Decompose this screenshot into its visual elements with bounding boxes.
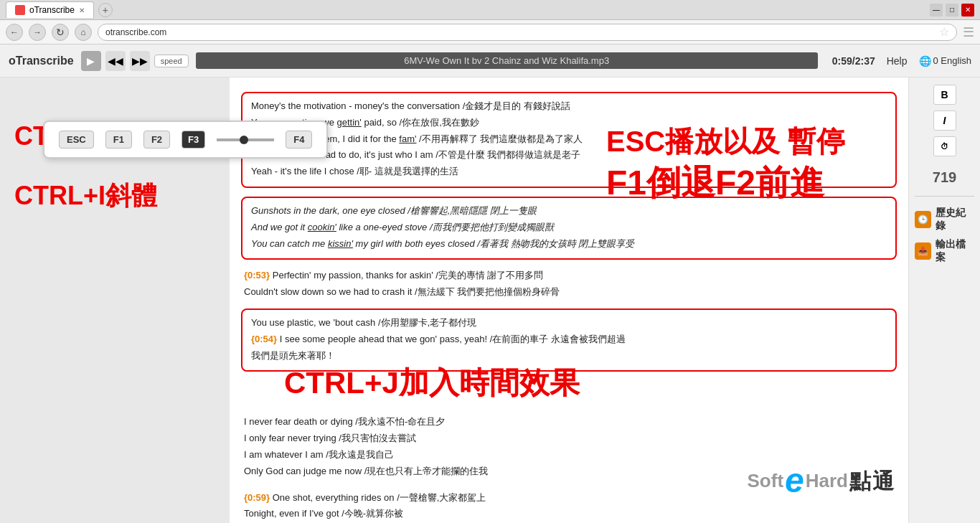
play-pause-button[interactable]: ▶ [81,51,101,71]
history-button[interactable]: 🕒 歷史紀錄 [915,207,974,232]
address-input[interactable]: otranscribe.com ☆ [98,24,957,41]
browser-titlebar: oTranscribe ✕ + — □ ✕ [0,0,980,20]
address-bar-area: ← → ↻ ⌂ otranscribe.com ☆ ☰ [0,20,980,44]
transcript-box-2: Gunshots in the dark, one eye closed /槍響… [241,197,897,260]
back-button[interactable]: ← [6,24,23,41]
bold-button[interactable]: B [933,85,956,105]
transcript-line-italic: You can catch me kissin' my girl with bo… [251,237,887,252]
transcript-line: We don't placate 'em, I did it for the f… [251,132,887,147]
transcript-line: Tonight, even if I've got /今晚-就算你被 [244,506,894,522]
window-controls: — □ ✕ [930,4,974,17]
transcript-line: {0:54} I see some people ahead that we g… [251,332,887,347]
ctrlj-overlay-label: CTRL+J加入時間效果 [284,359,580,407]
file-name-bar: 6MV-We Own It bv 2 Chainz and Wiz Khalif… [196,52,818,69]
f4-key: F4 [286,131,312,149]
transcript-area[interactable]: Money's the motivation - money's the con… [230,77,908,523]
tab-favicon [15,5,25,15]
timestamp-button[interactable]: ⏱ [933,136,956,156]
rewind-button[interactable]: ◀◀ [105,51,126,71]
speed-slider[interactable] [217,138,274,141]
export-label: 輸出檔案 [936,238,974,264]
transcript-line: I never fear death or dying /我永遠不怕-命在且夕 [244,415,894,430]
settings-icon[interactable]: ☰ [963,24,974,40]
forward-button[interactable]: ▶▶ [130,51,150,71]
f3-key: F3 [182,131,205,149]
maximize-button[interactable]: □ [946,4,958,17]
minimize-button[interactable]: — [930,4,943,17]
transcript-line: It's whatever we had to do, it's just wh… [251,148,887,163]
transcript-wrapper: ESC播放以及 暫停 F1倒退F2前進 Money's the motivati… [230,77,980,523]
plain-section-1: {0:53} Perfectin' my passion, thanks for… [241,268,897,300]
address-text: otranscribe.com [105,27,166,37]
transcript-line: Couldn't slow down so we had to crash it… [244,285,894,300]
esc-key: ESC [59,131,94,149]
language-button[interactable]: 🌐 0 English [919,55,971,67]
transcript-line-italic: Gunshots in the dark, one eye closed /槍響… [251,204,887,219]
transcript-line: You on vacation, we gettin' paid, so /你在… [251,116,887,131]
browser-tab[interactable]: oTranscribe ✕ [6,1,94,18]
globe-icon: 🌐 [919,55,931,67]
time-display: 0:59/2:37 [825,55,875,67]
export-icon: 📤 [915,242,931,260]
history-icon: 🕒 [915,211,931,228]
italic-button[interactable]: I [933,110,956,131]
close-button[interactable]: ✕ [961,4,974,17]
home-button[interactable]: ⌂ [75,24,92,41]
keyboard-shortcut-overlay: ESC F1 F2 F3 F4 [43,121,328,159]
new-tab-button[interactable]: + [98,3,113,17]
tab-close-button[interactable]: ✕ [79,6,85,14]
f2-key: F2 [143,131,170,149]
brand-tong: 通 [872,464,894,499]
word-count: 719 [933,169,956,186]
playback-controls: ▶ ◀◀ ▶▶ speed [81,51,189,71]
bookmark-icon[interactable]: ☆ [939,25,949,39]
transcript-box-1: Money's the motivation - money's the con… [241,92,897,188]
brand-dot: 點 [849,464,871,499]
forward-button[interactable]: → [29,24,46,41]
app-header: oTranscribe ▶ ◀◀ ▶▶ speed 6MV-We Own It … [0,44,980,77]
transcript-line: {0:53} Perfectin' my passion, thanks for… [244,268,894,283]
brand-soft: Soft [748,466,784,496]
brand-e: e [785,453,804,509]
speed-slider-thumb[interactable] [240,136,248,144]
history-label: 歷史紀錄 [936,207,974,232]
brand-watermark: Soft e Hard 點 通 [748,453,895,509]
transcript-line: You use plastic, we 'bout cash /你用塑膠卡,老子… [251,316,887,331]
app-logo: oTranscribe [9,55,74,67]
lang-label: 0 English [933,55,971,66]
transcript-line: Money's the motivation - money's the con… [251,99,887,114]
help-button[interactable]: Help [882,55,912,67]
export-button[interactable]: 📤 輸出檔案 [915,238,974,264]
f1-key: F1 [105,131,132,149]
brand-hard: Hard [806,466,848,496]
ctrl-i-annotation: CTRL+I斜體 [14,180,215,211]
right-sidebar: B I ⏱ 719 🕒 歷史紀錄 📤 輸出檔案 [908,77,980,523]
transcript-line-italic: And we got it cookin' like a one-eyed st… [251,220,887,235]
tab-title: oTranscribe [29,5,75,15]
refresh-button[interactable]: ↻ [52,24,69,41]
transcript-line: Yeah - it's the life I chose /耶- 這就是我選擇的… [251,164,887,179]
transcript-line: I only fear never trying /我只害怕沒去嘗試 [244,431,894,446]
speed-control[interactable]: speed [154,55,189,67]
